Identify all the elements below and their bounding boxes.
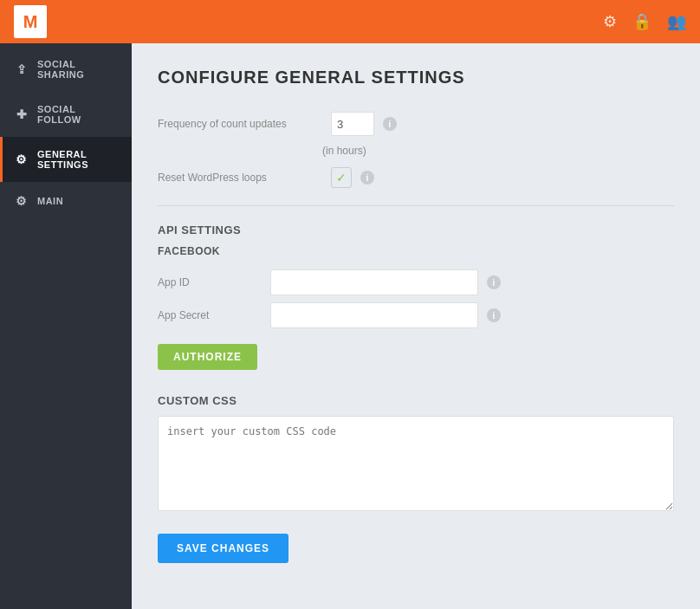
page-title: Configure General Settings (158, 68, 674, 87)
header-icons: ⚙ 🔒 👥 (603, 12, 686, 31)
sidebar-item-main[interactable]: ⚙ Main (0, 182, 132, 220)
custom-css-title: Custom CSS (158, 394, 674, 407)
gear-icon: ⚙ (15, 152, 29, 166)
frequency-label: Frequency of count updates (158, 118, 322, 130)
plus-icon: ✚ (15, 107, 29, 121)
custom-css-textarea[interactable] (158, 416, 674, 511)
users-icon[interactable]: 👥 (667, 12, 686, 31)
sidebar-item-label: Social Follow (37, 104, 120, 125)
gear-icon: ⚙ (15, 194, 29, 208)
sidebar-item-label: General Settings (37, 149, 120, 170)
app-id-input[interactable] (270, 269, 478, 295)
frequency-note: (in hours) (322, 145, 674, 157)
api-section-title: API Settings (158, 224, 674, 236)
save-changes-button[interactable]: Save Changes (158, 534, 288, 563)
facebook-title: Facebook (158, 245, 674, 257)
share-icon: ⇪ (15, 62, 29, 76)
sidebar-item-social-sharing[interactable]: ⇪ Social Sharing (0, 47, 132, 92)
app-secret-input[interactable] (270, 302, 478, 328)
lock-icon[interactable]: 🔒 (632, 12, 651, 31)
sidebar-item-general-settings[interactable]: ⚙ General Settings (0, 137, 132, 182)
sidebar-item-social-follow[interactable]: ✚ Social Follow (0, 92, 132, 137)
frequency-row: Frequency of count updates i (158, 112, 674, 136)
gear-icon[interactable]: ⚙ (603, 12, 617, 31)
reset-label: Reset WordPress loops (158, 172, 322, 184)
custom-css-section: Custom CSS (158, 394, 674, 515)
header: M ⚙ 🔒 👥 (0, 0, 700, 43)
divider-1 (158, 205, 674, 206)
frequency-input[interactable] (331, 112, 374, 136)
main-content: Configure General Settings Frequency of … (132, 43, 700, 609)
sidebar-item-label: Social Sharing (37, 59, 120, 80)
reset-row: Reset WordPress loops ✓ i (158, 167, 674, 188)
app-id-info-icon[interactable]: i (487, 275, 501, 289)
app-secret-row: App Secret i (158, 302, 674, 328)
app-id-row: App ID i (158, 269, 674, 295)
frequency-info-icon[interactable]: i (383, 117, 397, 131)
reset-info-icon[interactable]: i (360, 171, 374, 185)
reset-checkbox[interactable]: ✓ (331, 167, 352, 188)
app-secret-info-icon[interactable]: i (487, 308, 501, 322)
logo: M (14, 5, 47, 38)
authorize-button[interactable]: Authorize (158, 344, 257, 370)
sidebar: ⇪ Social Sharing ✚ Social Follow ⚙ Gener… (0, 43, 132, 609)
layout: ⇪ Social Sharing ✚ Social Follow ⚙ Gener… (0, 43, 700, 609)
app-id-label: App ID (158, 276, 262, 288)
sidebar-item-label: Main (37, 196, 63, 206)
app-secret-label: App Secret (158, 309, 262, 321)
